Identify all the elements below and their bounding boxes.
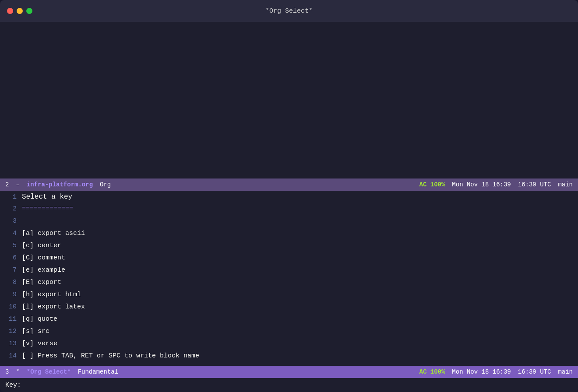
line-content-7: [e] example (22, 266, 578, 274)
line-7: 7 [e] example (0, 266, 578, 278)
line-content-10: [l] export latex (22, 303, 578, 311)
line-14: 14 [ ] Press TAB, RET or SPC to write bl… (0, 352, 578, 364)
modeline1-ac: AC 100% (419, 181, 445, 188)
line-content-9: [h] export html (22, 291, 578, 298)
line-content-1: Select a key (22, 193, 578, 201)
modeline1-mode: Org (100, 181, 111, 188)
line-num-4: 4 (0, 230, 22, 237)
modeline1-utc: 16:39 UTC (518, 181, 551, 188)
line-1: 1 Select a key (0, 192, 578, 205)
line-num-13: 13 (0, 340, 22, 347)
modeline2-bufname: *Org Select* (27, 368, 71, 375)
line-content-14: [ ] Press TAB, RET or SPC to write block… (22, 352, 578, 360)
top-buffer-area (0, 22, 578, 178)
line-num-2: 2 (0, 205, 22, 213)
line-num-14: 14 (0, 352, 22, 360)
modeline2-branch: main (558, 368, 573, 375)
line-num-1: 1 (0, 193, 22, 201)
line-num-10: 10 (0, 303, 22, 311)
line-content-8: [E] export (22, 279, 578, 286)
line-3: 3 (0, 217, 578, 229)
line-num-7: 7 (0, 266, 22, 274)
line-4: 4 [a] export ascii (0, 229, 578, 242)
modeline-1: 2 – infra-platform.org Org AC 100% Mon N… (0, 178, 578, 191)
line-2: 2 ============= (0, 205, 578, 217)
line-num-5: 5 (0, 242, 22, 249)
modeline1-filename: infra-platform.org (27, 181, 93, 188)
window-title: *Org Select* (265, 7, 313, 15)
line-content-4: [a] export ascii (22, 230, 578, 237)
line-content-6: [C] comment (22, 254, 578, 262)
org-select-content: 1 Select a key 2 ============= 3 4 [a] e… (0, 191, 578, 366)
line-12: 12 [s] src (0, 327, 578, 340)
modeline2-star: * (16, 368, 19, 375)
app-window: *Org Select* 2 – infra-platform.org Org … (0, 0, 578, 392)
modeline-2: 3 * *Org Select* Fundamental AC 100% Mon… (0, 366, 578, 378)
line-content-11: [q] quote (22, 315, 578, 323)
titlebar: *Org Select* (0, 0, 578, 22)
line-content-12: [s] src (22, 328, 578, 335)
modeline2-datetime: Mon Nov 18 16:39 (452, 368, 511, 375)
line-9: 9 [h] export html (0, 290, 578, 303)
minibuffer: Key: (0, 378, 578, 392)
line-num-8: 8 (0, 279, 22, 286)
line-13: 13 [v] verse (0, 340, 578, 352)
traffic-lights (7, 8, 32, 14)
line-content-2: ============= (22, 205, 578, 213)
line-num-3: 3 (0, 217, 22, 225)
line-content-13: [v] verse (22, 340, 578, 347)
maximize-button[interactable] (26, 8, 32, 14)
line-6: 6 [C] comment (0, 254, 578, 266)
modeline1-dash: – (16, 181, 19, 188)
modeline1-bufnum: 2 (5, 181, 9, 188)
modeline2-bufnum: 3 (5, 368, 9, 375)
line-8: 8 [E] export (0, 278, 578, 290)
minibuffer-label: Key: (5, 382, 21, 389)
modeline2-mode: Fundamental (78, 368, 118, 375)
modeline1-datetime: Mon Nov 18 16:39 (452, 181, 511, 188)
line-num-11: 11 (0, 315, 22, 323)
modeline1-branch: main (558, 181, 573, 188)
modeline2-utc: 16:39 UTC (518, 368, 551, 375)
minimize-button[interactable] (17, 8, 23, 14)
line-11: 11 [q] quote (0, 315, 578, 327)
editor-area: 2 – infra-platform.org Org AC 100% Mon N… (0, 22, 578, 392)
line-content-5: [c] center (22, 242, 578, 249)
line-5: 5 [c] center (0, 242, 578, 254)
line-num-12: 12 (0, 328, 22, 335)
line-10: 10 [l] export latex (0, 303, 578, 315)
close-button[interactable] (7, 8, 13, 14)
line-num-6: 6 (0, 254, 22, 262)
line-num-9: 9 (0, 291, 22, 298)
modeline2-ac: AC 100% (419, 368, 445, 375)
